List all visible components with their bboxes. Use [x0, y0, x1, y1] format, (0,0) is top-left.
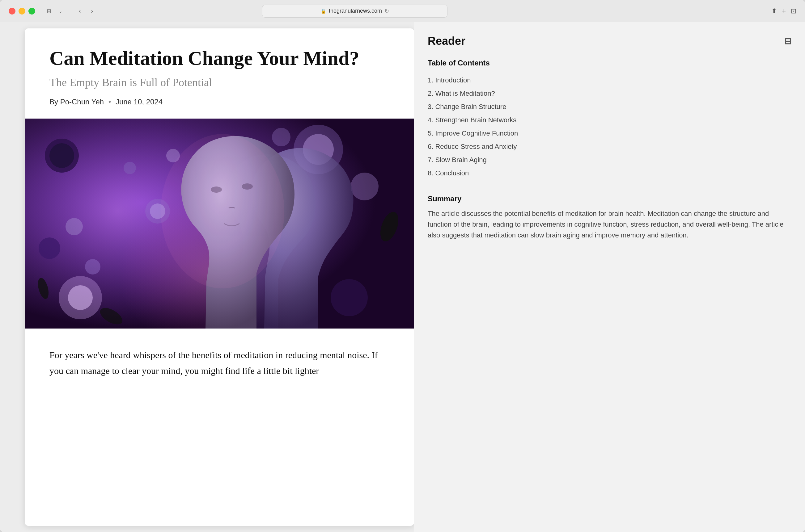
- svg-point-14: [272, 128, 291, 146]
- reload-button[interactable]: ↻: [384, 8, 389, 15]
- svg-point-10: [39, 238, 60, 259]
- article-subtitle: The Empty Brain is Full of Potential: [50, 76, 389, 89]
- toc-item-6[interactable]: 6. Reduce Stress and Anxiety: [428, 140, 791, 153]
- summary-text: The article discusses the potential bene…: [428, 208, 791, 241]
- browser-window: ⊞ ⌄ ‹ › 🔒 thegranularnews.com ↻ ⬆ + ⊡: [0, 0, 805, 532]
- svg-point-4: [50, 143, 74, 168]
- reader-view-toggle[interactable]: ⊟: [784, 36, 791, 46]
- traffic-lights: [8, 8, 35, 15]
- toolbar-right: ⬆ + ⊡: [771, 7, 797, 15]
- left-spacer: [0, 22, 25, 532]
- new-tab-button[interactable]: +: [782, 7, 786, 15]
- hero-svg: [25, 118, 414, 328]
- publish-date: June 10, 2024: [115, 98, 163, 106]
- lock-icon: 🔒: [321, 8, 326, 14]
- author-name: By Po-Chun Yeh: [50, 98, 104, 106]
- close-button[interactable]: [8, 8, 16, 15]
- article-title: Can Meditation Change Your Mind?: [50, 47, 389, 70]
- share-button[interactable]: ⬆: [771, 7, 777, 15]
- title-bar: ⊞ ⌄ ‹ › 🔒 thegranularnews.com ↻ ⬆ + ⊡: [0, 0, 805, 22]
- toc-item-1[interactable]: 1. Introduction: [428, 74, 791, 87]
- tabs-button[interactable]: ⊡: [791, 7, 797, 15]
- reader-sidebar: Reader ⊟ Table of Contents 1. Introducti…: [414, 22, 805, 532]
- article-byline: By Po-Chun Yeh • June 10, 2024: [50, 98, 389, 106]
- svg-point-12: [85, 259, 100, 274]
- url-text: thegranularnews.com: [329, 8, 382, 14]
- toc-item-2[interactable]: 2. What is Meditation?: [428, 87, 791, 100]
- article-body: For years we've heard whispers of the be…: [25, 328, 414, 397]
- forward-button[interactable]: ›: [87, 5, 98, 17]
- content-area: Can Meditation Change Your Mind? The Emp…: [0, 22, 805, 532]
- svg-point-7: [351, 173, 379, 201]
- sidebar-toggle-button[interactable]: ⊞: [44, 6, 54, 16]
- svg-point-23: [66, 218, 83, 235]
- svg-point-9: [68, 285, 93, 310]
- minimize-button[interactable]: [19, 8, 25, 15]
- back-button[interactable]: ‹: [74, 5, 85, 17]
- toc-heading: Table of Contents: [428, 59, 791, 67]
- svg-point-24: [166, 149, 180, 163]
- article-header: Can Meditation Change Your Mind? The Emp…: [25, 28, 414, 118]
- nav-arrows: ‹ ›: [74, 5, 98, 17]
- toc-item-3[interactable]: 3. Change Brain Structure: [428, 100, 791, 113]
- window-controls: ⊞ ⌄: [44, 6, 66, 16]
- toc-item-8[interactable]: 8. Conclusion: [428, 167, 791, 180]
- article-body-text: For years we've heard whispers of the be…: [50, 347, 389, 379]
- reader-title: Reader ⊟: [428, 35, 791, 48]
- svg-point-13: [124, 162, 136, 174]
- summary-heading: Summary: [428, 194, 791, 203]
- toc-item-7[interactable]: 7. Slow Brain Aging: [428, 153, 791, 167]
- chevron-down-icon[interactable]: ⌄: [56, 6, 66, 16]
- svg-point-11: [331, 279, 368, 316]
- article-hero-image: [25, 118, 414, 328]
- article-panel: Can Meditation Change Your Mind? The Emp…: [25, 28, 414, 526]
- maximize-button[interactable]: [29, 8, 35, 15]
- toc-list: 1. Introduction 2. What is Meditation? 3…: [428, 74, 791, 180]
- svg-point-22: [150, 204, 165, 219]
- toc-item-4[interactable]: 4. Strengthen Brain Networks: [428, 113, 791, 127]
- address-bar[interactable]: 🔒 thegranularnews.com ↻: [262, 5, 447, 18]
- toc-item-5[interactable]: 5. Improve Cognitive Function: [428, 127, 791, 140]
